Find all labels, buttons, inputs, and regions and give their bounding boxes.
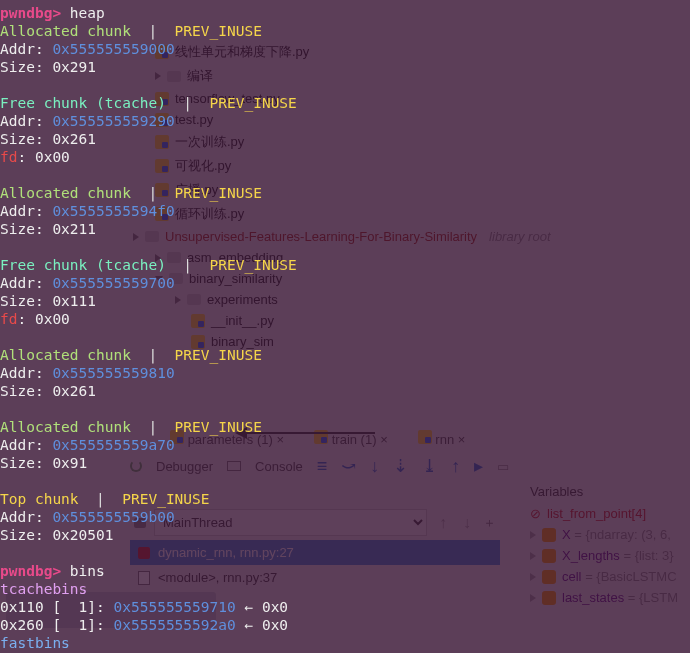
heap-addr: 0x555555559a70: [52, 437, 174, 453]
heap-size: Size: 0x91: [0, 455, 87, 471]
heap-chunk-allocated: Allocated chunk: [0, 347, 131, 363]
prompt: pwndbg>: [0, 563, 61, 579]
fd-label: fd: [0, 311, 17, 327]
heap-chunk-free: Free chunk (tcache): [0, 257, 166, 273]
bin-addr: 0x555555559710: [114, 599, 236, 615]
bin-addr: 0x5555555592a0: [114, 617, 236, 633]
heap-addr: 0x555555559b00: [52, 509, 174, 525]
heap-size: Size: 0x291: [0, 59, 96, 75]
heap-chunk-allocated: Allocated chunk: [0, 23, 131, 39]
heap-addr: 0x555555559700: [52, 275, 174, 291]
fd-label: fd: [0, 149, 17, 165]
heap-addr: 0x555555559290: [52, 113, 174, 129]
tcachebins-label: tcachebins: [0, 581, 87, 597]
heap-size: Size: 0x20501: [0, 527, 114, 543]
terminal-overlay[interactable]: pwndbg> heap Allocated chunk | PREV_INUS…: [0, 0, 690, 653]
heap-chunk-allocated: Allocated chunk: [0, 419, 131, 435]
fastbins-label: fastbins: [0, 635, 70, 651]
heap-size: Size: 0x111: [0, 293, 96, 309]
heap-addr: 0x555555559810: [52, 365, 174, 381]
heap-size: Size: 0x211: [0, 221, 96, 237]
heap-size: Size: 0x261: [0, 131, 96, 147]
prompt: pwndbg>: [0, 5, 61, 21]
heap-chunk-allocated: Allocated chunk: [0, 185, 131, 201]
heap-chunk-free: Free chunk (tcache): [0, 95, 166, 111]
heap-top-chunk: Top chunk: [0, 491, 79, 507]
heap-addr: 0x5555555594f0: [52, 203, 174, 219]
heap-size: Size: 0x261: [0, 383, 96, 399]
heap-addr: 0x555555559000: [52, 41, 174, 57]
